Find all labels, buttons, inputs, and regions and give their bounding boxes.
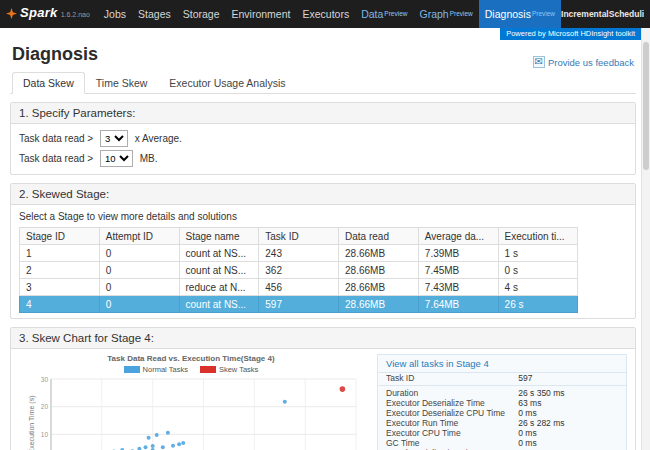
nav-item-label: Stages (138, 8, 171, 20)
detail-row-executor-cpu-time: Executor CPU Time0 ms (378, 428, 626, 438)
detail-value: 26 s 282 ms (518, 418, 564, 428)
size-threshold-select[interactable]: 10 (100, 150, 133, 167)
skewed-stage-panel-title: 2. Skewed Stage: (11, 184, 635, 205)
preview-badge: Preview (384, 11, 407, 18)
task-point[interactable] (147, 436, 151, 440)
nav-item-storage[interactable]: Storage (177, 0, 226, 28)
stage-cell: 3 (20, 279, 100, 296)
spark-logo[interactable]: Spark 1.6.2.nao (6, 5, 90, 23)
stage-cell: 597 (259, 296, 339, 313)
tab-label: Data Skew (23, 77, 74, 89)
detail-label: GC Time (386, 438, 518, 448)
task-point[interactable] (155, 433, 159, 437)
stage-row-2[interactable]: 20count at NS...36228.66MB7.45MB0 s (20, 262, 578, 279)
detail-label: Executor Deserialize CPU Time (386, 408, 518, 418)
nav-item-label: Jobs (104, 8, 126, 20)
plot-area-wrap: Execution Time (s) 0510152025300102030 (15, 375, 367, 450)
detail-value: 63 ms (518, 398, 541, 408)
task-details-panel: View all tasks in Stage 4 Task ID597Dura… (377, 354, 627, 450)
chart-title: Task Data Read vs. Execution Time(Stage … (15, 354, 367, 363)
stage-cell: reduce at N... (179, 279, 259, 296)
legend-item-skew-tasks: Skew Tasks (200, 365, 258, 374)
task-details-header: View all tasks in Stage 4 (378, 355, 626, 373)
task-point[interactable] (151, 444, 155, 448)
ratio-threshold-select[interactable]: 3 (100, 130, 128, 147)
nav-item-jobs[interactable]: Jobs (98, 0, 132, 28)
detail-row-executor-deserialize-time: Executor Deserialize Time63 ms (378, 398, 626, 408)
column-header-data-read[interactable]: Data read (339, 228, 419, 245)
task-point[interactable] (166, 431, 170, 435)
detail-label: Executor Run Time (386, 418, 518, 428)
stage-cell: 4 s (498, 279, 578, 296)
navbar-menu: JobsStagesStorageEnvironmentExecutorsDat… (98, 0, 561, 28)
stage-cell: 28.66MB (339, 279, 419, 296)
stage-cell: 7.43MB (418, 279, 498, 296)
nav-item-data[interactable]: DataPreview (355, 0, 413, 28)
task-point[interactable] (181, 441, 185, 445)
task-point[interactable] (144, 445, 148, 449)
view-all-tasks-link[interactable]: View all tasks in Stage 4 (386, 358, 489, 369)
task-point[interactable] (283, 400, 287, 404)
skewed-stage-panel: 2. Skewed Stage: Select a Stage to view … (10, 183, 636, 319)
column-header-average-da-[interactable]: Average da... (418, 228, 498, 245)
task-point[interactable] (161, 445, 165, 449)
detail-row-task-id: Task ID597 (378, 373, 626, 383)
nav-item-label: Environment (232, 8, 291, 20)
stage-row-4[interactable]: 40count at NS...59728.66MB7.64MB26 s (20, 296, 578, 313)
scrollbar-thumb[interactable] (643, 42, 649, 170)
param-row-size: Task data read > 10 MB. (19, 149, 627, 169)
task-point[interactable] (177, 442, 181, 446)
skewed-stage-panel-body: Select a Stage to view more details and … (11, 205, 635, 318)
nav-item-executors[interactable]: Executors (296, 0, 355, 28)
param-row-ratio: Task data read > 3 x Average. (19, 129, 627, 149)
stage-cell: 4 (20, 296, 100, 313)
column-header-execution-ti-[interactable]: Execution ti... (498, 228, 578, 245)
vertical-scrollbar[interactable] (641, 28, 650, 450)
stage-cell: 28.66MB (339, 262, 419, 279)
badge-row: Powered by Microsoft HDInsight toolkit (0, 28, 650, 40)
column-header-attempt-id[interactable]: Attempt ID (99, 228, 179, 245)
nav-item-diagnosis[interactable]: DiagnosisPreview (479, 0, 561, 28)
detail-value: 0 ms (518, 408, 536, 418)
nav-item-stages[interactable]: Stages (132, 0, 177, 28)
feedback-icon: ✉ (533, 56, 545, 68)
detail-row-gc-time: GC Time0 ms (378, 438, 626, 448)
stage-cell: 1 s (498, 245, 578, 262)
tab-label: Time Skew (96, 77, 148, 89)
stage-cell: 28.66MB (339, 296, 419, 313)
stage-row-1[interactable]: 10count at NS...24328.66MB7.39MB1 s (20, 245, 578, 262)
detail-row-duration: Duration26 s 350 ms (378, 385, 626, 398)
feedback-link[interactable]: ✉ Provide us feedback (533, 56, 634, 68)
nav-item-environment[interactable]: Environment (226, 0, 297, 28)
stage-cell: 1 (20, 245, 100, 262)
skew-chart-panel: 3. Skew Chart for Stage 4: Task Data Rea… (10, 327, 636, 450)
column-header-stage-id[interactable]: Stage ID (20, 228, 100, 245)
scatter-chart-block: Task Data Read vs. Execution Time(Stage … (15, 354, 367, 450)
stage-row-3[interactable]: 30reduce at N...45628.66MB7.43MB4 s (20, 279, 578, 296)
legend-label: Normal Tasks (143, 365, 188, 374)
param-size-prefix: Task data read > (19, 153, 93, 164)
tab-executor-usage-analysis[interactable]: Executor Usage Analysis (158, 72, 296, 94)
diagnosis-page: Spark 1.6.2.nao JobsStagesStorageEnviron… (0, 0, 650, 450)
stage-cell: 243 (259, 245, 339, 262)
stage-cell: 2 (20, 262, 100, 279)
detail-value: 26 s 350 ms (518, 388, 564, 398)
top-navbar: Spark 1.6.2.nao JobsStagesStorageEnviron… (0, 0, 650, 28)
stage-cell: 28.66MB (339, 245, 419, 262)
stage-cell: 0 (99, 296, 179, 313)
skewed-stage-table: Stage IDAttempt IDStage nameTask IDData … (19, 227, 578, 313)
tab-time-skew[interactable]: Time Skew (85, 72, 159, 94)
detail-label: Executor CPU Time (386, 428, 518, 438)
nav-item-graph[interactable]: GraphPreview (413, 0, 478, 28)
y-tick-label: 10 (41, 431, 49, 438)
column-header-task-id[interactable]: Task ID (259, 228, 339, 245)
task-point[interactable] (340, 386, 346, 392)
chart-legend: Normal TasksSkew Tasks (15, 365, 367, 374)
stage-cell: 0 s (498, 262, 578, 279)
tab-data-skew[interactable]: Data Skew (12, 72, 85, 94)
parameters-panel-title: 1. Specify Parameters: (11, 103, 635, 124)
column-header-stage-name[interactable]: Stage name (179, 228, 259, 245)
task-point[interactable] (171, 444, 175, 448)
hdinsight-toolkit-badge[interactable]: Powered by Microsoft HDInsight toolkit (500, 28, 641, 40)
feedback-label: Provide us feedback (548, 57, 634, 68)
